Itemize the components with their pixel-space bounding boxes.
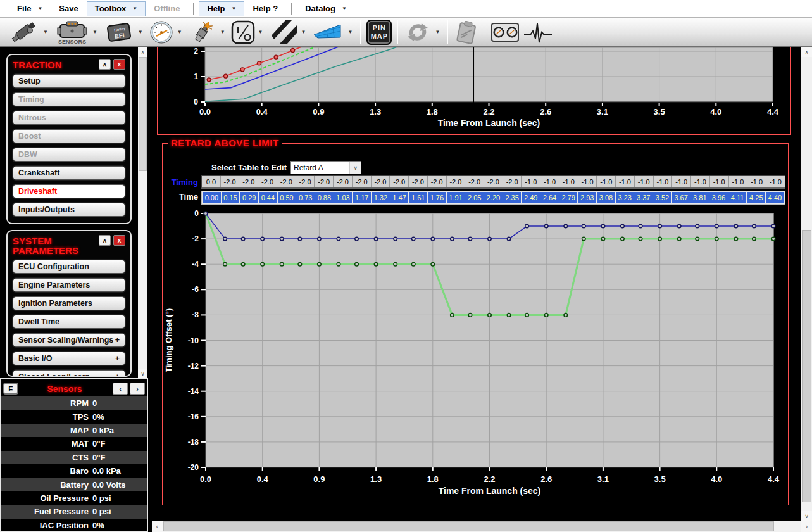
time-cell[interactable]: 1.32: [372, 192, 390, 203]
sidebar-button-sensor-scaling-warnings[interactable]: Sensor Scaling/Warnings+: [13, 333, 125, 347]
time-cell[interactable]: 2.05: [465, 192, 484, 203]
timing-cell[interactable]: -1.0: [578, 176, 597, 187]
sidebar-button-setup[interactable]: Setup: [13, 74, 125, 88]
timing-cell[interactable]: -2.0: [484, 176, 503, 187]
menu-item-datalog[interactable]: Datalog▼: [297, 1, 355, 16]
sidebar-button-basic-i-o[interactable]: Basic I/O+: [13, 352, 125, 365]
timing-cell[interactable]: -1.0: [766, 176, 785, 187]
sidebar-button-dwell-time[interactable]: Dwell Time: [13, 315, 125, 329]
timing-cell[interactable]: -2.0: [408, 176, 427, 187]
menu-item-help[interactable]: Help ?: [244, 1, 286, 16]
time-cell[interactable]: 0.44: [259, 192, 277, 203]
time-cell[interactable]: 2.79: [559, 192, 578, 203]
sidebar-scroll-thumb[interactable]: [139, 57, 147, 171]
time-cell[interactable]: 3.37: [634, 192, 653, 203]
sidebar-button-crankshaft[interactable]: Crankshaft: [13, 166, 125, 180]
chevron-down-icon[interactable]: ▼: [92, 29, 97, 35]
chevron-down-icon[interactable]: ▼: [138, 29, 143, 35]
time-cell[interactable]: 0.00: [203, 192, 221, 203]
sidebar-scrollbar[interactable]: ∧ ∨: [138, 48, 147, 378]
spark-plug-icon[interactable]: [188, 19, 217, 46]
chevron-down-icon[interactable]: ▼: [347, 29, 353, 35]
launch-preview-chart[interactable]: 0120.00.40.91.31.82.22.63.13.54.04.4Time…: [157, 48, 791, 134]
time-cell[interactable]: 2.49: [522, 192, 540, 203]
timing-cell[interactable]: -1.0: [690, 176, 709, 187]
chevron-down-icon[interactable]: ▼: [258, 29, 263, 35]
time-cell[interactable]: 0.88: [315, 192, 334, 203]
timing-cell[interactable]: -2.0: [296, 176, 315, 187]
time-cell[interactable]: 1.17: [353, 192, 371, 203]
time-cell[interactable]: 3.52: [653, 192, 671, 203]
chevron-down-icon[interactable]: ▼: [177, 29, 182, 35]
fuel-injector-icon[interactable]: [7, 19, 40, 46]
time-cell[interactable]: 1.76: [428, 192, 446, 203]
retard-chart[interactable]: 0-2-4-6-8-10-12-14-16-18-200.00.40.91.31…: [163, 208, 788, 504]
io-icon[interactable]: [231, 19, 255, 46]
time-cell[interactable]: 2.20: [484, 192, 503, 203]
timing-cell[interactable]: -1.0: [653, 176, 672, 187]
sidebar-button-inputs-outputs[interactable]: Inputs/Outputs: [13, 203, 125, 217]
sidebar-button-closed-loop-learn[interactable]: Closed Loop/Learn+: [13, 370, 125, 377]
timing-cell[interactable]: -2.0: [239, 176, 258, 187]
timing-cell[interactable]: -2.0: [220, 176, 239, 187]
chevron-down-icon[interactable]: ▼: [301, 29, 306, 35]
close-icon[interactable]: x: [113, 235, 125, 246]
pulse-icon[interactable]: [523, 19, 553, 46]
dual-gauges-icon[interactable]: [491, 19, 519, 46]
chevron-down-icon[interactable]: ▼: [220, 29, 225, 35]
scroll-up-icon[interactable]: ∧: [801, 48, 812, 57]
table-select-dropdown[interactable]: Retard A ∨: [290, 161, 361, 174]
menu-item-save[interactable]: Save: [51, 1, 86, 16]
timing-cell[interactable]: 0.0: [202, 176, 220, 187]
timing-cell[interactable]: -2.0: [352, 176, 371, 187]
time-cell[interactable]: 1.47: [390, 192, 409, 203]
scroll-down-icon[interactable]: ∨: [801, 511, 812, 521]
time-cell[interactable]: 0.73: [296, 192, 315, 203]
sensors-module-icon[interactable]: SENSORS: [54, 19, 89, 46]
time-cell[interactable]: 3.67: [672, 192, 690, 203]
timing-cell[interactable]: -2.0: [333, 176, 352, 187]
time-cell[interactable]: 2.35: [503, 192, 522, 203]
timing-cell[interactable]: -2.0: [446, 176, 465, 187]
scroll-left-icon[interactable]: ‹: [152, 521, 163, 532]
timing-cell[interactable]: -2.0: [465, 176, 484, 187]
timing-cell[interactable]: -1.0: [521, 176, 540, 187]
sidebar-button-engine-parameters[interactable]: Engine Parameters: [13, 278, 125, 292]
timing-cell[interactable]: -1.0: [747, 176, 766, 187]
timing-cell[interactable]: -2.0: [258, 176, 277, 187]
collapse-icon[interactable]: ∧: [99, 59, 111, 70]
menu-item-file[interactable]: File▼: [9, 1, 51, 16]
timing-cell[interactable]: -1.0: [709, 176, 728, 187]
sidebar-button-driveshaft[interactable]: Driveshaft: [13, 184, 125, 198]
menu-item-help[interactable]: Help▼: [199, 1, 244, 16]
menu-item-toolbox[interactable]: Toolbox▼: [87, 1, 146, 16]
timing-cell[interactable]: -2.0: [427, 176, 446, 187]
sensors-edit-button[interactable]: E: [3, 383, 18, 395]
time-cell[interactable]: 4.25: [747, 192, 765, 203]
time-cell[interactable]: 3.81: [690, 192, 709, 203]
time-cell[interactable]: 1.91: [447, 192, 465, 203]
chevron-down-icon[interactable]: ▼: [435, 29, 440, 35]
time-cell[interactable]: 4.11: [728, 192, 747, 203]
time-cell[interactable]: 0.29: [240, 192, 258, 203]
timing-cell[interactable]: -2.0: [503, 176, 522, 187]
time-cell[interactable]: 1.61: [409, 192, 427, 203]
timing-cell[interactable]: -1.0: [728, 176, 747, 187]
scroll-right-icon[interactable]: ›: [801, 521, 812, 532]
timing-cell[interactable]: -2.0: [314, 176, 333, 187]
timing-cell[interactable]: -2.0: [277, 176, 296, 187]
timing-cell[interactable]: -2.0: [389, 176, 408, 187]
mesh-3d-map-icon[interactable]: [311, 19, 344, 46]
time-cell[interactable]: 2.93: [578, 192, 596, 203]
horizontal-scroll-thumb[interactable]: [163, 521, 774, 531]
sidebar-button-ignition-parameters[interactable]: Ignition Parameters: [13, 296, 125, 310]
pin-map-icon[interactable]: PINMAP: [366, 19, 392, 46]
sidebar-button-ecu-configuration[interactable]: ECU Configuration: [13, 260, 125, 274]
vertical-scrollbar[interactable]: ∧ ∨: [801, 48, 812, 521]
timing-cell[interactable]: -1.0: [615, 176, 634, 187]
close-icon[interactable]: x: [113, 59, 125, 70]
time-cell[interactable]: 4.40: [766, 192, 784, 203]
time-cell[interactable]: 1.03: [334, 192, 353, 203]
time-cell[interactable]: 3.23: [616, 192, 634, 203]
timing-cell[interactable]: -1.0: [634, 176, 653, 187]
